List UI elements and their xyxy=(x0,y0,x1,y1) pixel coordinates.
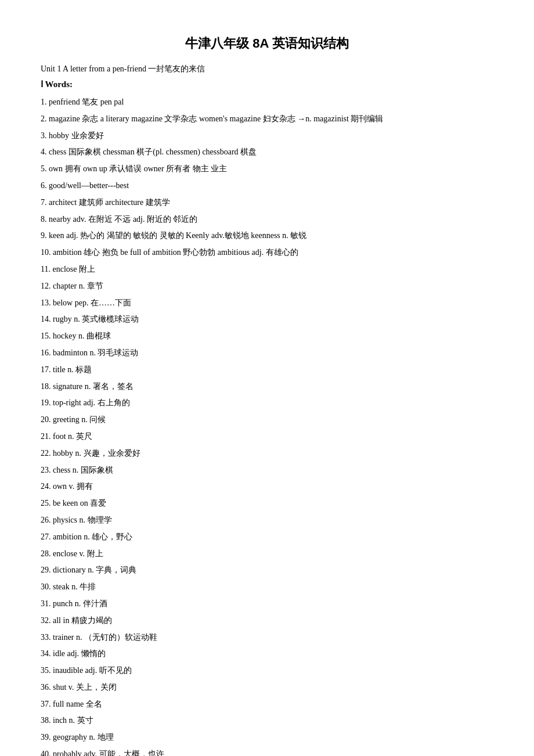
list-item: 21. foot n. 英尺 xyxy=(41,430,493,444)
list-item: 14. rugby n. 英式橄榄球运动 xyxy=(41,312,493,326)
list-item: 11. enclose 附上 xyxy=(41,262,493,276)
list-item: 28. enclose v. 附上 xyxy=(41,547,493,561)
list-item: 20. greeting n. 问候 xyxy=(41,413,493,427)
list-item: 29. dictionary n. 字典，词典 xyxy=(41,563,493,577)
list-item: 24. own v. 拥有 xyxy=(41,480,493,494)
list-item: 19. top-right adj. 右上角的 xyxy=(41,396,493,410)
list-item: 13. below pep. 在……下面 xyxy=(41,296,493,310)
list-item: 23. chess n. 国际象棋 xyxy=(41,463,493,477)
list-item: 7. architect 建筑师 architecture 建筑学 xyxy=(41,196,493,210)
list-item: 8. nearby adv. 在附近 不远 adj. 附近的 邻近的 xyxy=(41,213,493,226)
list-item: 31. punch n. 伴汁酒 xyxy=(41,597,493,611)
list-item: 18. signature n. 署名，签名 xyxy=(41,380,493,394)
list-item: 12. chapter n. 章节 xyxy=(41,279,493,293)
list-item: 38. inch n. 英寸 xyxy=(41,714,493,728)
list-item: 34. idle adj. 懒惰的 xyxy=(41,647,493,661)
list-item: 9. keen adj. 热心的 渴望的 敏锐的 灵敏的 Keenly adv.… xyxy=(41,229,493,243)
list-item: 6. good/well—better---best xyxy=(41,179,493,193)
list-item: 5. own 拥有 own up 承认错误 owner 所有者 物主 业主 xyxy=(41,162,493,176)
list-item: 25. be keen on 喜爱 xyxy=(41,496,493,510)
list-item: 22. hobby n. 兴趣，业余爱好 xyxy=(41,447,493,460)
list-item: 1. penfriend 笔友 pen pal xyxy=(41,95,493,109)
list-item: 17. title n. 标题 xyxy=(41,363,493,377)
list-item: 16. badminton n. 羽毛球运动 xyxy=(41,346,493,360)
list-item: 26. physics n. 物理学 xyxy=(41,513,493,527)
list-item: 27. ambition n. 雄心，野心 xyxy=(41,530,493,544)
list-item: 3. hobby 业余爱好 xyxy=(41,129,493,143)
list-item: 35. inaudible adj. 听不见的 xyxy=(41,664,493,678)
list-item: 30. steak n. 牛排 xyxy=(41,580,493,594)
list-item: 40. probably adv. 可能，大概，也许 xyxy=(41,747,493,756)
word-list: 1. penfriend 笔友 pen pal2. magazine 杂志 a … xyxy=(41,95,493,756)
list-item: 10. ambition 雄心 抱负 be full of ambition 野… xyxy=(41,246,493,260)
list-item: 36. shut v. 关上，关闭 xyxy=(41,681,493,694)
section-heading: Ⅰ Words: xyxy=(41,79,493,89)
unit-title: Unit 1 A letter from a pen-friend 一封笔友的来… xyxy=(41,64,493,74)
list-item: 33. trainer n. （无钉的）软运动鞋 xyxy=(41,631,493,645)
list-item: 4. chess 国际象棋 chessman 棋子(pl. chessmen) … xyxy=(41,145,493,159)
list-item: 37. full name 全名 xyxy=(41,697,493,711)
list-item: 39. geography n. 地理 xyxy=(41,730,493,744)
list-item: 2. magazine 杂志 a literary magazine 文学杂志 … xyxy=(41,112,493,126)
list-item: 32. all in 精疲力竭的 xyxy=(41,614,493,628)
page-title: 牛津八年级 8A 英语知识结构 xyxy=(41,35,493,52)
list-item: 15. hockey n. 曲棍球 xyxy=(41,329,493,343)
